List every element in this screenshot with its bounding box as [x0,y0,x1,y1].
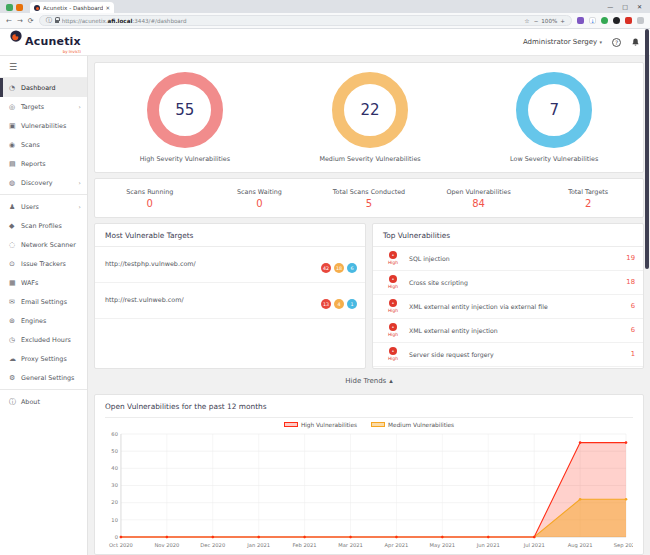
help-icon[interactable]: ? [612,38,621,47]
target-url-link[interactable]: http://rest.vulnweb.com/ [105,296,318,304]
vulnerability-name[interactable]: SQL injection [409,255,626,262]
stat-scans-running: Scans Running0 [95,188,205,209]
medium-count-badge: 4 [334,299,344,309]
chevron-down-icon: ▾ [599,39,602,45]
tab-title: Acunetix - Dashboard [43,5,103,11]
extension-icon-4[interactable] [625,17,632,24]
sidebar-item-reports[interactable]: ▤Reports [0,154,87,173]
window-maximize-button[interactable]: □ [622,3,628,10]
vulnerability-count: 6 [631,326,635,334]
user-menu[interactable]: Administrator Sergey ▾ [523,38,602,46]
severity-label: High [388,308,398,313]
sidebar-item-proxy-settings[interactable]: ☁Proxy Settings [0,349,87,368]
pinned-tab-icon-orange[interactable] [16,4,23,11]
high-severity-icon: • [389,251,397,259]
notifications-bell-icon[interactable] [631,38,640,47]
stat-total-scans-conducted: Total Scans Conducted5 [314,188,424,209]
sidebar-item-engines[interactable]: ⊛Engines [0,311,87,330]
severity-donut-low[interactable]: 7Low Severity Vulnerabilities [510,72,598,163]
vulnerability-row[interactable]: •HighXML external entity injection6 [373,319,643,343]
sidebar-item-label: Excluded Hours [21,336,71,344]
browser-tab[interactable]: Acunetix - Dashboard ✕ [30,2,114,13]
sidebar-item-issue-trackers[interactable]: ⊙Issue Trackers [0,254,87,273]
sidebar-item-label: Vulnerabilities [21,122,66,130]
sidebar-item-about[interactable]: ⓘAbout [0,392,87,411]
sidebar-item-targets[interactable]: ◎Targets› [0,97,87,116]
severity-donut-high[interactable]: 55High Severity Vulnerabilities [140,72,230,163]
forward-button[interactable]: → [17,17,23,25]
severity-donut-medium[interactable]: 22Medium Severity Vulnerabilities [319,72,420,163]
sidebar-item-users[interactable]: ♟Users› [0,197,87,216]
target-url-link[interactable]: http://testphp.vulnweb.com/ [105,260,318,268]
browser-menu-icon[interactable] [637,17,644,24]
sidebar-item-email-settings[interactable]: ✉Email Settings [0,292,87,311]
stat-value[interactable]: 5 [314,198,424,209]
back-button[interactable]: ← [6,17,12,25]
zoom-level[interactable]: 100% [541,18,557,24]
sidebar-item-excluded-hours[interactable]: ◷Excluded Hours [0,330,87,349]
chart-title: Open Vulnerabilities for the past 12 mon… [105,402,633,418]
zoom-out-button[interactable]: − [534,18,539,24]
window-minimize-button[interactable]: — [607,3,613,10]
about-icon: ⓘ [9,397,21,407]
vulnerability-name[interactable]: XML external entity injection via extern… [409,303,631,310]
sidebar-item-scan-profiles[interactable]: ◆Scan Profiles [0,216,87,235]
severity-summary-card: 55High Severity Vulnerabilities22Medium … [94,62,644,173]
tab-close-icon[interactable]: ✕ [105,5,110,11]
vulnerability-row[interactable]: •HighSQL injection19 [373,247,643,271]
vulnerability-name[interactable]: XML external entity injection [409,327,631,334]
sidebar-item-wafs[interactable]: ▦WAFs [0,273,87,292]
bookmark-star-icon[interactable]: ☆ [524,17,529,24]
main-content: 55High Severity Vulnerabilities22Medium … [88,56,650,555]
address-bar[interactable]: ⓘ https://acunetix.afi.local:3443/#/dash… [39,15,572,26]
stat-value[interactable]: 0 [205,198,315,209]
vulnerability-name[interactable]: Server side request forgery [409,351,631,358]
acunetix-favicon [34,5,40,11]
site-info-icon[interactable]: ⓘ [46,16,52,25]
zoom-in-button[interactable]: + [560,18,565,24]
pinned-tab-icon-green[interactable] [6,4,13,11]
sidebar-item-dashboard[interactable]: ◔Dashboard [0,78,87,97]
extension-icon-1[interactable] [577,17,584,24]
sidebar-item-network-scanner[interactable]: ◌Network Scanner [0,235,87,254]
stat-value[interactable]: 0 [95,198,205,209]
extension-icon-3[interactable] [613,17,620,24]
extension-icon-2[interactable] [601,17,608,24]
reload-button[interactable]: ⟳ [28,17,34,25]
svg-text:Mar 2021: Mar 2021 [338,542,363,548]
download-icon[interactable]: ↓ [589,17,596,24]
stat-label: Total Scans Conducted [314,188,424,196]
sidebar-item-vulnerabilities[interactable]: ▣Vulnerabilities [0,116,87,135]
page-scrollbar[interactable] [645,29,649,269]
svg-text:60: 60 [111,431,118,437]
sidebar-item-label: Email Settings [21,298,67,306]
sidebar-item-label: Dashboard [21,84,56,92]
sidebar-item-label: Network Scanner [21,241,76,249]
sidebar-item-general-settings[interactable]: ⚙General Settings [0,368,87,387]
window-close-button[interactable]: ✕ [637,3,642,10]
target-row[interactable]: http://testphp.vulnweb.com/42186 [95,247,365,283]
stat-value[interactable]: 2 [533,198,643,209]
svg-text:Sep 2021: Sep 2021 [614,542,633,549]
donut-value: 55 [175,101,194,119]
sidebar-item-discovery[interactable]: ◍Discovery› [0,173,87,192]
sidebar-collapse-button[interactable]: ☰ [0,56,87,78]
vulnerability-row[interactable]: •HighServer side request forgery1 [373,343,643,367]
vulnerability-row[interactable]: •HighCross site scripting18 [373,271,643,295]
engines-icon: ⊛ [9,317,21,325]
acunetix-logo[interactable]: Acunetix by Invicti [10,30,81,55]
stat-total-targets: Total Targets2 [533,188,643,209]
target-row[interactable]: http://rest.vulnweb.com/1341 [95,283,365,319]
vulnerability-row[interactable]: •HighXML external entity injection via e… [373,295,643,319]
high-count-badge: 42 [321,263,331,273]
stat-value[interactable]: 84 [424,198,534,209]
svg-text:Jan 2021: Jan 2021 [246,542,270,549]
sidebar-item-scans[interactable]: ◉Scans [0,135,87,154]
chevron-right-icon: › [79,179,81,186]
high-severity-icon: • [389,323,397,331]
hide-trends-button[interactable]: Hide Trends ▴ [94,374,644,389]
sidebar-divider [0,389,87,390]
vulnerability-name[interactable]: Cross site scripting [409,279,626,286]
svg-text:Dec 2020: Dec 2020 [200,542,225,548]
chevron-right-icon: › [79,203,81,210]
